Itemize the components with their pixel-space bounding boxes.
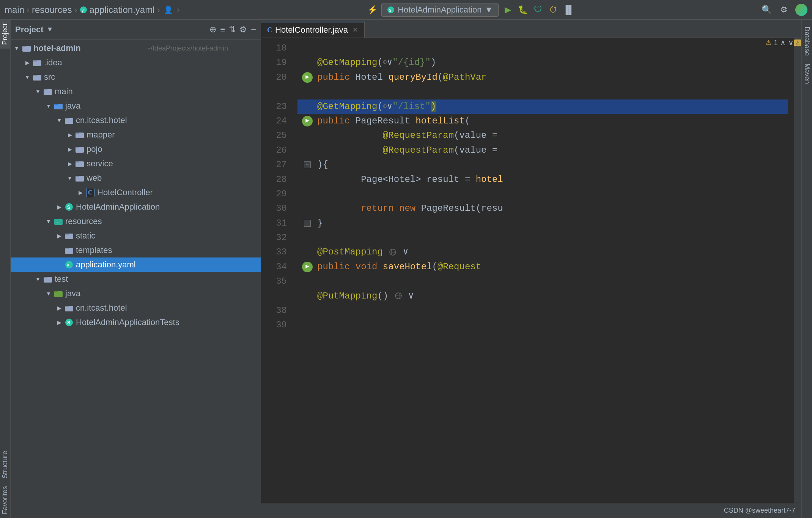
tree-item-static[interactable]: static [11,229,261,243]
git-branch-icon[interactable]: ⚡ [366,4,378,16]
gear-icon[interactable]: ⚙ [239,25,247,35]
code-text-20: public Hotel queryById(@PathVar [317,70,788,85]
tree-item-tests[interactable]: S HotelAdminApplicationTests [11,315,261,330]
debug-button[interactable]: 🐛 [517,4,529,16]
tree-item-src[interactable]: src [11,70,261,84]
tree-arrow-service[interactable] [65,161,74,167]
bottom-bar: CSDN @sweetheart7-7 [261,503,801,518]
tree-item-hoteladminapplication[interactable]: S HotelAdminApplication [11,200,261,214]
nav-up-icon[interactable]: ∧ [780,38,786,47]
search-icon[interactable]: 🔍 [760,4,773,16]
tree-item-application-yaml[interactable]: y application.yaml [11,257,261,272]
tree-arrow-tests[interactable] [55,319,64,325]
coverage-button[interactable]: 🛡 [532,4,544,16]
tree-item-package[interactable]: cn.itcast.hotel [11,113,261,128]
gutter-25[interactable]: ▶ [297,116,317,126]
expand-icon[interactable]: ⇅ [229,25,236,35]
tree-arrow-test-java[interactable] [44,291,53,297]
tree-arrow-static[interactable] [55,233,64,239]
tree-label-web: web [87,173,258,183]
tree-item-java[interactable]: java [11,99,261,113]
database-tab[interactable]: Database [801,23,812,60]
tree-arrow-resources[interactable] [44,218,53,224]
panel-dropdown-arrow[interactable]: ▼ [47,25,54,33]
tree-item-idea[interactable]: .idea [11,55,261,70]
right-panel-tabs: Database Maven [801,20,812,518]
tree-item-service[interactable]: service [11,156,261,171]
tree-arrow-test-package[interactable] [55,305,64,311]
add-icon[interactable]: ⊕ [209,25,216,35]
code-line-25: ▶ public PageResult hotelList( [297,114,788,128]
tree-arrow-web[interactable] [65,175,74,181]
scroll-warning-indicator[interactable]: ⚠ [794,39,801,46]
tree-item-web[interactable]: web [11,171,261,185]
code-text-23 [317,85,788,99]
settings-icon[interactable]: ⚙ [778,4,790,16]
tree-arrow-hoteladminapplication[interactable] [55,204,64,210]
code-text-29: Page<Hotel> result = hotel [317,172,788,187]
tab-hotelcontroller[interactable]: C HotelController.java ✕ [261,22,365,38]
tree-arrow-pojo[interactable] [65,146,74,152]
svg-rect-9 [33,75,37,76]
tree-arrow-src[interactable] [23,74,32,80]
tab-close-hotelcontroller[interactable]: ✕ [352,26,358,34]
fold-28[interactable]: − [304,161,311,168]
tab-label-hotelcontroller: HotelController.java [275,25,348,35]
gutter-32[interactable]: − [297,220,317,227]
tree-item-mapper[interactable]: mapper [11,128,261,142]
svg-text:≡: ≡ [57,221,58,224]
svg-text:S: S [389,8,392,13]
favorites-tab[interactable]: Favorites [0,482,11,518]
tree-arrow-hotelcontroller[interactable] [76,190,85,196]
git-icon[interactable]: 👤 [162,4,175,16]
tree-arrow-root[interactable] [12,45,21,51]
svg-rect-30 [65,234,69,235]
code-text-27: @RequestParam(value = [317,143,788,158]
profile-button[interactable]: ⏱ [547,4,559,16]
tree-item-test-java[interactable]: java [11,286,261,301]
code-line-27: @RequestParam(value = [297,143,788,158]
code-text-30 [317,187,788,201]
tree-item-test-package[interactable]: cn.itcast.hotel [11,301,261,315]
project-tab[interactable]: Project [0,20,11,49]
tree-item-hotelcontroller[interactable]: C HotelController [11,185,261,200]
maven-tab[interactable]: Maven [801,60,812,88]
gutter-20[interactable]: ▶ [297,72,317,83]
tree-item-root[interactable]: hotel-admin ~/IdeaProjects/hotel-admin [11,41,261,55]
tree-arrow-package[interactable] [55,117,64,123]
code-content: @GetMapping(⊕∨"/{id}") ▶ public Hotel qu… [291,38,794,503]
run-gutter-35[interactable]: ▶ [302,262,313,272]
tree-arrow-test[interactable] [33,276,42,282]
tree-item-resources[interactable]: ≡ resources [11,214,261,229]
tree-path-hint: ~/IdeaProjects/hotel-admin [147,44,258,52]
tree-arrow-mapper[interactable] [65,132,74,138]
run-config-selector[interactable]: S HotelAdminApplication ▼ [381,3,499,17]
svg-rect-32 [65,248,69,249]
tree-arrow-java[interactable] [44,103,53,109]
gutter-35[interactable]: ▶ [297,262,317,272]
minimize-icon[interactable]: − [251,24,256,35]
tree-arrow-main[interactable] [33,88,42,95]
nav-down-icon[interactable]: ∨ [788,38,794,47]
run-button[interactable]: ▶ [502,4,514,16]
gutter-28[interactable]: − [297,161,317,168]
breadcrumb-main[interactable]: main [5,5,24,15]
breadcrumb-resources[interactable]: resources [32,5,72,15]
panel-header-icons: ⊕ ≡ ⇅ ⚙ − [209,24,256,35]
tree-arrow-idea[interactable] [23,60,32,66]
folder-icon-test-package [64,305,74,311]
run-gutter-20[interactable]: ▶ [302,72,313,83]
run-gutter-25[interactable]: ▶ [302,116,313,126]
fold-32[interactable]: − [304,220,311,227]
scroll-from-source-icon[interactable]: ≡ [220,25,225,35]
code-line-18 [297,41,788,55]
build-menu-button[interactable]: ▐▌ [562,4,574,16]
tree-item-pojo[interactable]: pojo [11,142,261,156]
tree-item-test[interactable]: test [11,272,261,286]
svg-text:S: S [67,320,70,325]
avatar-icon[interactable] [795,4,807,16]
tree-item-main[interactable]: main [11,84,261,99]
breadcrumb-file[interactable]: application.yaml [89,5,154,15]
structure-tab[interactable]: Structure [0,447,11,482]
tree-item-templates[interactable]: templates [11,243,261,257]
